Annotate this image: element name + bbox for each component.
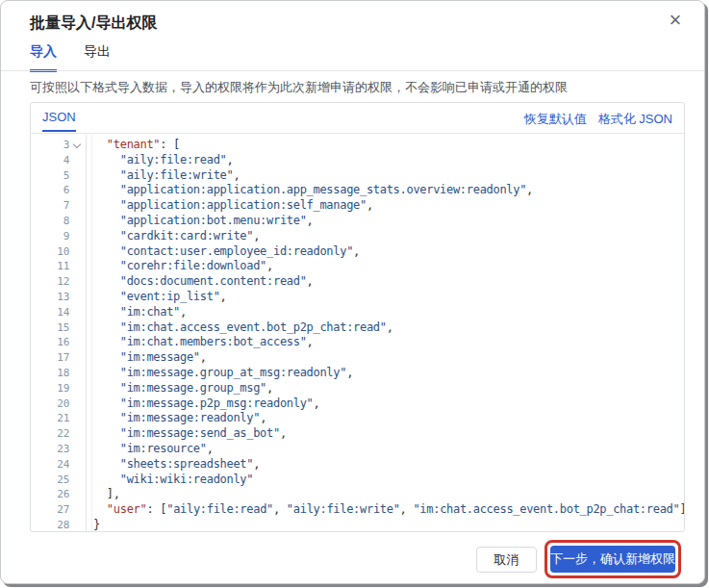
line-number: 16 [31,335,69,350]
code-lines: 3 "tenant": [4 "aily:file:read",5 "aily:… [31,138,684,531]
code-text: "sheets:spreadsheet", [86,457,260,473]
fold-column [69,442,86,457]
code-text: "aily:file:write", [86,168,240,184]
code-line: 8 "application:bot.menu:write", [31,214,684,229]
fold-column[interactable] [69,138,86,153]
fold-column [69,426,86,442]
code-text: "im:chat.members:bot_access", [86,335,314,350]
line-number: 18 [31,366,69,381]
line-number: 6 [31,183,69,198]
code-line: 18 "im:message.group_at_msg:readonly", [31,366,684,381]
fold-column [69,183,86,198]
fold-column [69,335,86,350]
code-text: "aily:file:read", [86,153,233,168]
line-number: 8 [31,214,69,229]
code-line: 10 "contact:user.employee_id:readonly", [31,244,684,260]
line-number: 4 [31,153,69,168]
line-number: 23 [31,442,69,457]
code-text: "contact:user.employee_id:readonly", [86,244,360,260]
code-text: "im:message:send_as_bot", [86,426,287,442]
fold-column [69,350,86,366]
fold-column [69,518,86,531]
line-number: 20 [31,396,69,412]
code-line: 26 ], [31,487,684,502]
line-number: 21 [31,411,69,426]
code-text: "application:bot.menu:write", [86,214,314,229]
close-icon: × [670,10,682,31]
code-text: "im:message.group_msg", [86,381,273,396]
code-line: 16 "im:chat.members:bot_access", [31,335,684,350]
line-number: 14 [31,305,69,320]
line-number: 27 [31,502,69,518]
line-number: 26 [31,487,69,502]
code-line: 19 "im:message.group_msg", [31,381,684,396]
chevron-down-icon [73,141,81,148]
batch-permission-modal: 批量导入/导出权限 × 导入 导出 可按照以下格式导入数据，导入的权限将作为此次… [0,0,705,584]
line-number: 7 [31,198,69,214]
code-line: 22 "im:message:send_as_bot", [31,426,684,442]
code-line: 4 "aily:file:read", [31,153,684,168]
fold-column [69,153,86,168]
code-text: "im:message:readonly", [86,411,266,426]
code-line: 25 "wiki:wiki:readonly" [31,473,684,488]
fold-column [69,290,86,305]
tab-export[interactable]: 导出 [84,43,111,72]
code-line: 21 "im:message:readonly", [31,411,684,426]
fold-column [69,214,86,229]
modal-title: 批量导入/导出权限 [30,13,157,34]
confirm-next-button[interactable]: 下一步，确认新增权限 [550,546,675,573]
line-number: 17 [31,350,69,366]
line-number: 3 [31,138,69,153]
fold-column [69,198,86,214]
tab-bar: 导入 导出 [30,43,111,72]
line-number: 5 [31,168,69,184]
import-description: 可按照以下格式导入数据，导入的权限将作为此次新增申请的权限，不会影响已申请或开通… [30,79,677,96]
line-number: 9 [31,229,69,244]
close-button[interactable]: × [662,7,689,34]
code-line: 28} [31,518,684,531]
code-text: "event:ip_list", [86,290,227,305]
format-json-link[interactable]: 格式化 JSON [598,111,672,128]
code-line: 6 "application:application.app_message_s… [31,183,684,198]
code-text: "im:message.group_at_msg:readonly", [86,366,353,381]
code-text: "application:application:self_manage", [86,198,373,214]
code-line: 13 "event:ip_list", [31,290,684,305]
tabs-divider [1,70,704,71]
fold-column [69,274,86,290]
fold-column [69,259,86,274]
code-text: "im:chat", [86,305,187,320]
fold-column [69,457,86,473]
tab-import[interactable]: 导入 [30,43,57,72]
fold-column [69,366,86,381]
editor-actions: 恢复默认值 格式化 JSON [524,111,672,128]
editor-header: JSON 恢复默认值 格式化 JSON [31,103,684,134]
code-text: "user": ["aily:file:read", "aily:file:wr… [86,502,684,518]
restore-defaults-link[interactable]: 恢复默认值 [524,111,587,128]
code-text: "wiki:wiki:readonly" [86,473,253,488]
fold-column [69,502,86,518]
code-line: 12 "docs:document.content:read", [31,274,684,290]
code-line: 3 "tenant": [ [31,138,684,153]
code-line: 17 "im:message", [31,350,684,366]
format-tab-json[interactable]: JSON [42,110,76,132]
code-text: "docs:document.content:read", [86,274,314,290]
line-number: 10 [31,244,69,260]
fold-column [69,320,86,336]
line-number: 24 [31,457,69,473]
code-text: "cardkit:card:write", [86,229,260,244]
code-text: "im:message.p2p_msg:readonly", [86,396,319,412]
code-line: 23 "im:resource", [31,442,684,457]
fold-column [69,473,86,488]
code-line: 27 "user": ["aily:file:read", "aily:file… [31,502,684,518]
line-number: 12 [31,274,69,290]
code-line: 14 "im:chat", [31,305,684,320]
fold-column [69,411,86,426]
code-text: "im:chat.access_event.bot_p2p_chat:read"… [86,320,393,336]
code-line: 24 "sheets:spreadsheet", [31,457,684,473]
code-line: 11 "corehr:file:download", [31,259,684,274]
code-editor[interactable]: 3 "tenant": [4 "aily:file:read",5 "aily:… [31,135,684,531]
gutter-divider [86,135,87,531]
code-line: 15 "im:chat.access_event.bot_p2p_chat:re… [31,320,684,336]
code-text: } [86,518,100,531]
cancel-button[interactable]: 取消 [476,547,537,573]
